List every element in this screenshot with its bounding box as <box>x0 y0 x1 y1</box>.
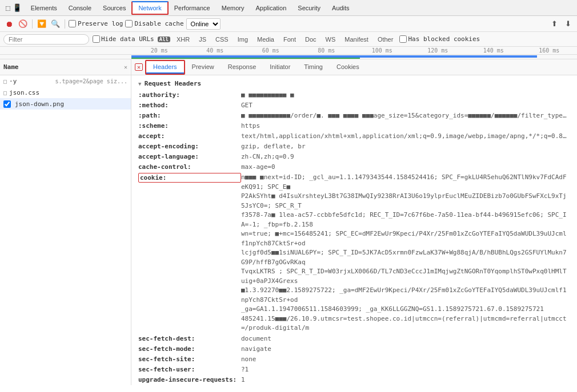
preserve-log-checkbox-label[interactable]: Preserve log <box>69 20 123 27</box>
disable-cache-checkbox-label[interactable]: Disable cache <box>125 20 183 27</box>
record-button[interactable]: ⏺ <box>3 18 15 30</box>
panel-close-box[interactable]: ✕ <box>135 63 143 71</box>
device-icon[interactable]: 📱 <box>13 3 22 12</box>
preserve-log-label: Preserve log <box>78 20 123 27</box>
hide-data-urls-label: Hide data URLs <box>101 35 154 43</box>
panel-tabs: ✕ Headers Preview Response Initiator Tim… <box>131 59 577 75</box>
header-name-sec-fetch-user: sec-fetch-user: <box>138 365 241 374</box>
header-name-accept: accept: <box>138 132 241 141</box>
tab-elements[interactable]: Elements <box>25 0 63 15</box>
throttle-select[interactable]: Online <box>186 18 221 30</box>
tab-memory[interactable]: Memory <box>216 0 250 15</box>
tab-application[interactable]: Application <box>250 0 292 15</box>
header-name-accept-encoding: accept-encoding: <box>138 142 241 151</box>
header-row-sec-fetch-site: sec-fetch-site: none <box>138 355 570 364</box>
toolbar-separator-2 <box>65 19 65 29</box>
has-blocked-cookies-label: Has blocked cookies <box>408 35 480 43</box>
header-row-sec-fetch-dest: sec-fetch-dest: document <box>138 334 570 343</box>
header-value-upgrade: 1 <box>241 375 570 385</box>
disable-cache-checkbox[interactable] <box>125 20 133 27</box>
tab-preview[interactable]: Preview <box>185 59 221 75</box>
right-panel: ✕ Headers Preview Response Initiator Tim… <box>131 59 577 385</box>
header-value-path: ■ ■■■■■■■■■■■/order/■. ■■■ ■■■■ ■■■age_s… <box>241 111 570 120</box>
header-row-sec-fetch-user: sec-fetch-user: ?1 <box>138 365 570 374</box>
filter-xhr[interactable]: XHR <box>174 35 193 43</box>
headers-content: Request Headers :authority: ■ ■■■■■■■■■■… <box>131 75 577 385</box>
list-item[interactable]: □ json.css <box>0 87 131 98</box>
item-name-2: json-down.png <box>15 100 127 108</box>
list-item[interactable]: json-down.png <box>0 98 131 110</box>
header-row-accept: accept: text/html,application/xhtml+xml,… <box>138 132 570 141</box>
import-button[interactable]: ⬆ <box>548 18 560 30</box>
css-icon: □ <box>3 90 7 96</box>
hide-data-urls-checkbox-label[interactable]: Hide data URLs <box>93 35 154 43</box>
header-row-authority: :authority: ■ ■■■■■■■■■■ ■ <box>138 91 570 100</box>
header-row-cookie: cookie: n■■■ ■next=id-ID; _gcl_au=1.1.14… <box>138 173 570 333</box>
search-button[interactable]: 🔍 <box>50 18 61 30</box>
filter-js[interactable]: JS <box>196 35 209 43</box>
tab-timing[interactable]: Timing <box>297 59 330 75</box>
has-blocked-cookies-checkbox[interactable] <box>399 35 407 43</box>
clear-button[interactable]: 🚫 <box>17 18 29 30</box>
item-detail-0: s.tpage=2&page_siz... <box>55 78 127 84</box>
close-icon[interactable]: ✕ <box>124 64 127 70</box>
header-name-scheme: :scheme: <box>138 122 241 131</box>
tab-console[interactable]: Console <box>63 0 97 15</box>
item-checkbox-2[interactable] <box>3 100 11 108</box>
filter-css[interactable]: CSS <box>213 35 231 43</box>
tab-network-container: Network <box>131 1 168 15</box>
network-toolbar: ⏺ 🚫 🔽 🔍 Preserve log Disable cache Onlin… <box>0 16 577 32</box>
tab-audits[interactable]: Audits <box>326 0 355 15</box>
filter-media[interactable]: Media <box>254 35 277 43</box>
header-value-method: GET <box>241 101 570 110</box>
filter-input[interactable] <box>3 34 89 45</box>
tab-cookies[interactable]: Cookies <box>330 59 366 75</box>
request-headers-title: Request Headers <box>138 80 570 87</box>
hide-data-urls-checkbox[interactable] <box>93 35 100 43</box>
header-value-sec-fetch-dest: document <box>241 334 570 343</box>
toolbar-separator-1 <box>32 19 33 29</box>
filter-toggle-button[interactable]: 🔽 <box>36 18 47 30</box>
header-row-method: :method: GET <box>138 101 570 110</box>
tab-response[interactable]: Response <box>221 59 263 75</box>
name-column-header: Name <box>3 63 19 71</box>
doc-icon: □ <box>3 78 7 84</box>
timeline-label-140ms: 140 ms <box>466 47 522 54</box>
tab-security[interactable]: Security <box>292 0 326 15</box>
filter-manifest[interactable]: Manifest <box>342 35 371 43</box>
waterfall-green <box>131 58 360 59</box>
inspect-icon[interactable]: ⬚ <box>6 3 10 12</box>
tab-network[interactable]: Network <box>131 1 168 15</box>
header-name-sec-fetch-site: sec-fetch-site: <box>138 355 241 364</box>
export-button[interactable]: ⬇ <box>562 18 574 30</box>
waterfall-progress-bar <box>0 55 577 59</box>
timeline-label-80ms: 80 ms <box>299 47 355 54</box>
timeline-label-120ms: 120 ms <box>410 47 466 54</box>
filter-img[interactable]: Img <box>235 35 251 43</box>
header-value-scheme: https <box>241 122 570 131</box>
timeline-label-160ms: 160 ms <box>522 47 578 54</box>
header-row-upgrade: upgrade-insecure-requests: 1 <box>138 375 570 385</box>
header-name-upgrade: upgrade-insecure-requests: <box>138 375 241 385</box>
filter-other[interactable]: Other <box>375 35 396 43</box>
all-badge: All <box>158 37 170 42</box>
timeline-label-100ms: 100 ms <box>354 47 410 54</box>
header-value-accept: text/html,application/xhtml+xml,applicat… <box>241 132 570 141</box>
list-item[interactable]: □ ·y s.tpage=2&page_siz... <box>0 75 131 87</box>
timeline-label-20ms: 20 ms <box>131 47 187 54</box>
header-value-sec-fetch-mode: navigate <box>241 345 570 354</box>
has-blocked-cookies-checkbox-label[interactable]: Has blocked cookies <box>399 35 480 43</box>
preserve-log-checkbox[interactable] <box>69 20 76 27</box>
tab-initiator[interactable]: Initiator <box>263 59 297 75</box>
tab-performance[interactable]: Performance <box>169 0 216 15</box>
header-name-sec-fetch-dest: sec-fetch-dest: <box>138 334 241 343</box>
header-value-sec-fetch-user: ?1 <box>241 365 570 374</box>
tab-sources[interactable]: Sources <box>97 0 131 15</box>
filter-ws[interactable]: WS <box>323 35 339 43</box>
tab-headers[interactable]: Headers <box>146 61 184 74</box>
filter-font[interactable]: Font <box>281 35 299 43</box>
item-name-1: json.css <box>9 89 127 96</box>
timeline-bar: 20 ms 40 ms 60 ms 80 ms 100 ms 120 ms 14… <box>0 47 577 55</box>
filter-doc[interactable]: Doc <box>302 35 319 43</box>
left-panel-header: Name ✕ <box>0 59 131 75</box>
